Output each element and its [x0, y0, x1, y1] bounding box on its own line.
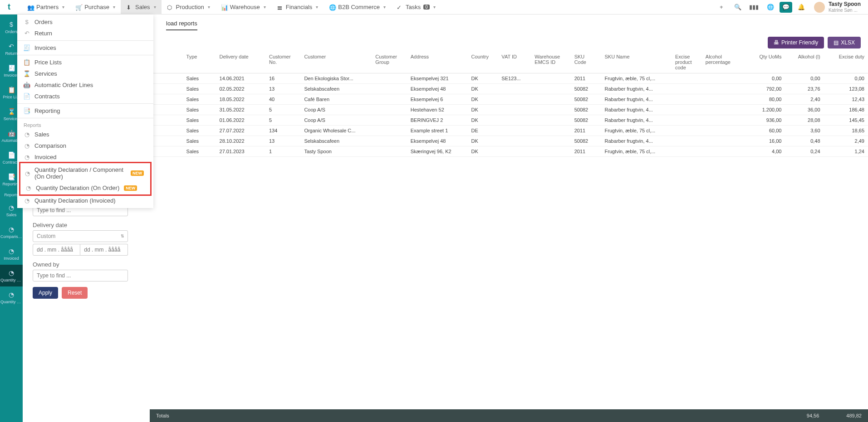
dd-report-invoiced[interactable]: ◔Invoiced	[17, 151, 153, 163]
chart-icon: ◔	[7, 204, 15, 212]
th-qty[interactable]: Qty UoMs	[741, 51, 785, 73]
avatar	[814, 2, 825, 13]
user-menu[interactable]: Tasty Spoon Katrine Søn ...	[810, 1, 864, 12]
chevron-down-icon: ▾	[208, 5, 210, 10]
pricelist-icon: 📋	[24, 59, 30, 66]
nav-warehouse[interactable]: 📊 Warehouse ▾	[216, 0, 271, 15]
sales-dropdown: $Orders ↶Return 🧾Invoices 📋Price Lists ⌛…	[17, 15, 153, 208]
financials-icon: 〓	[277, 4, 283, 10]
hourglass-icon: ⌛	[24, 71, 30, 77]
nav-label: Partners	[36, 4, 59, 10]
dd-reports-header: Reports	[17, 120, 153, 129]
th-address[interactable]: Address	[407, 51, 468, 73]
chat-icon[interactable]: 💬	[780, 2, 792, 13]
doc-icon: 📄	[24, 93, 30, 100]
app-logo[interactable]: t	[4, 2, 15, 13]
nav-purchase[interactable]: 🛒 Purchase ▾	[70, 0, 121, 15]
globe-icon[interactable]: 🌐	[763, 0, 778, 15]
printer-friendly-button[interactable]: 🖶Printer Friendly	[768, 37, 824, 49]
dd-auto-order[interactable]: 🤖Automatic Order Lines	[17, 79, 153, 91]
filter-label: Delivery date	[33, 222, 128, 228]
dd-report-comparison[interactable]: ◔Comparison	[17, 140, 153, 151]
dd-report-sales[interactable]: ◔Sales	[17, 129, 153, 140]
nav-label: Purchase	[84, 4, 109, 10]
highlight-annotation: ◔Quantity Declaration / Component (On Or…	[19, 162, 152, 196]
b2b-icon: 🌐	[329, 4, 335, 10]
nav-label: Financials	[286, 4, 313, 10]
dd-qty-decl-onorder[interactable]: ◔Quantity Declaration (On Order)NEW	[20, 182, 150, 194]
add-icon[interactable]: +	[714, 0, 729, 15]
th-type[interactable]: Type	[183, 51, 216, 73]
vside-quantity-d1[interactable]: ◔Quantity D...	[0, 265, 23, 286]
owned-by-input[interactable]	[33, 270, 128, 281]
warehouse-icon: 📊	[221, 4, 227, 10]
nav-label: Sales	[135, 4, 150, 10]
nav-label: Warehouse	[230, 4, 260, 10]
dd-qty-decl-invoiced[interactable]: ◔Quantity Declaration (Invoiced)	[17, 195, 153, 206]
th-sku[interactable]: SKU Code	[571, 51, 601, 73]
apply-button[interactable]: Apply	[33, 287, 58, 299]
th-country[interactable]: Country	[468, 51, 498, 73]
chart-icon: ◔	[25, 170, 30, 176]
nav-production[interactable]: ⬡ Production ▾	[162, 0, 216, 15]
dd-services[interactable]: ⌛Services	[17, 68, 153, 79]
date-to-input[interactable]	[80, 244, 128, 256]
th-group[interactable]: Customer Group	[372, 51, 407, 73]
nav-tasks[interactable]: ✓ Tasks 0 ▾	[391, 0, 441, 15]
report-icon: 📑	[24, 108, 30, 114]
bell-icon[interactable]: 🔔	[794, 0, 809, 15]
chevron-down-icon: ▾	[62, 5, 64, 10]
barcode-icon[interactable]: ▮▮▮	[747, 0, 761, 15]
divider	[17, 103, 153, 104]
xlsx-button[interactable]: ▤XLSX	[828, 37, 861, 49]
th-vat[interactable]: VAT ID	[498, 51, 531, 73]
dollar-icon: $	[7, 20, 15, 29]
date-from-input[interactable]	[33, 244, 80, 256]
th-emcs[interactable]: Warehouse EMCS ID	[531, 51, 570, 73]
delivery-date-select[interactable]	[33, 230, 128, 242]
dd-invoices[interactable]: 🧾Invoices	[17, 42, 153, 53]
vside-invoiced[interactable]: ◔Invoiced	[0, 243, 23, 265]
divider	[17, 40, 153, 41]
divider	[17, 118, 153, 118]
user-name: Katrine Søn ...	[829, 8, 861, 13]
totals-duty: 489,82	[846, 413, 862, 418]
nav-label: B2B Commerce	[338, 4, 380, 10]
reset-button[interactable]: Reset	[62, 287, 88, 299]
dd-contracts[interactable]: 📄Contracts	[17, 91, 153, 102]
totals-label: Totals	[156, 413, 169, 418]
th-skuname[interactable]: SKU Name	[601, 51, 672, 73]
vside-comparison[interactable]: ◔Comparison	[0, 221, 23, 243]
search-icon[interactable]: 🔍	[731, 0, 745, 15]
th-delivery[interactable]: Delivery date	[216, 51, 265, 73]
chevron-down-icon: ▾	[433, 5, 436, 10]
chart-icon: ◔	[25, 185, 31, 191]
dd-orders[interactable]: $Orders	[17, 16, 153, 28]
nav-partners[interactable]: 👥 Partners ▾	[22, 0, 70, 15]
new-badge: NEW	[131, 170, 144, 176]
tab-download-reports[interactable]: load reports	[166, 20, 197, 30]
th-customer[interactable]: Customer	[300, 51, 372, 73]
th-duty[interactable]: Excise duty	[824, 51, 868, 73]
th-alcl[interactable]: Alkohol (l)	[785, 51, 824, 73]
vside-quantity-d2[interactable]: ◔Quantity D...	[0, 286, 23, 308]
content-area: $Orders ↶Return 🧾Invoices 📋Price Lists ⌛…	[23, 15, 868, 422]
th-alcpct[interactable]: Alcohol percentage	[702, 51, 741, 73]
production-icon: ⬡	[167, 4, 173, 10]
dd-reporting[interactable]: 📑Reporting	[17, 105, 153, 116]
th-cno[interactable]: Customer No.	[265, 51, 300, 73]
dd-return[interactable]: ↶Return	[17, 28, 153, 39]
check-icon: ✓	[397, 4, 403, 10]
dd-qty-decl-component[interactable]: ◔Quantity Declaration / Component (On Or…	[20, 164, 150, 182]
nav-financials[interactable]: 〓 Financials ▾	[271, 0, 324, 15]
nav-b2b[interactable]: 🌐 B2B Commerce ▾	[324, 0, 391, 15]
doc-icon: 📄	[7, 151, 15, 159]
top-nav: t 👥 Partners ▾ 🛒 Purchase ▾ ⬇ Sales ▾ ⬡ …	[0, 0, 868, 15]
cart-icon: 🛒	[75, 4, 82, 10]
user-text: Tasty Spoon Katrine Søn ...	[829, 1, 861, 12]
totals-bar: Totals 94,56 489,82	[150, 409, 868, 422]
th-excise[interactable]: Excise product code	[672, 51, 702, 73]
nav-sales[interactable]: ⬇ Sales ▾	[121, 0, 162, 15]
chevron-down-icon: ▾	[154, 5, 156, 10]
dd-pricelists[interactable]: 📋Price Lists	[17, 57, 153, 68]
